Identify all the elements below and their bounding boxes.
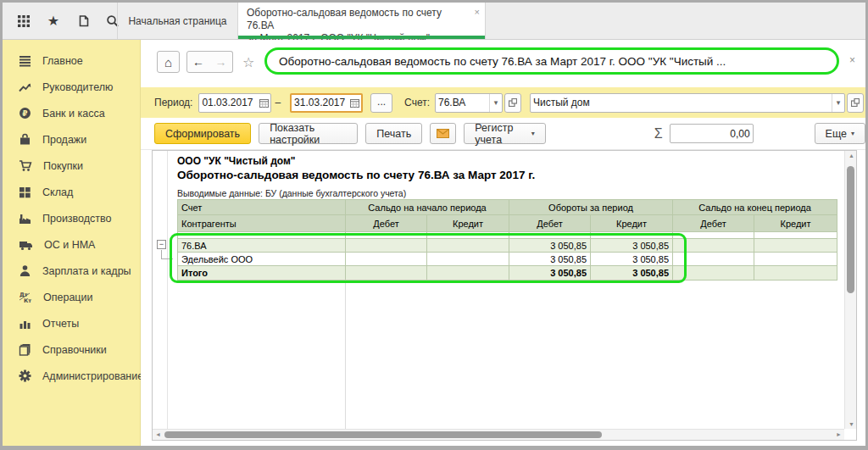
forward-button[interactable]: →	[209, 51, 233, 73]
scroll-up-icon[interactable]: ▲	[849, 153, 854, 158]
tree-line	[161, 258, 173, 259]
col-saldo-start: Сальдо на начало периода	[346, 200, 509, 215]
more-button[interactable]: Еще▾	[815, 123, 865, 144]
cart-icon	[19, 159, 32, 172]
menu-lines-icon	[19, 55, 31, 67]
date-to-input[interactable]	[292, 97, 348, 108]
back-button[interactable]: ←	[186, 51, 210, 73]
col-counterparties: Контрагенты	[178, 215, 346, 232]
horizontal-scrollbar[interactable]: ◄ ►	[153, 429, 844, 440]
app-window: ★ Начальная страница Оборотно-сальдовая …	[0, 0, 868, 450]
report-spreadsheet[interactable]: ООО "УК "Чистый дом" Оборотно-сальдовая …	[153, 151, 844, 429]
col-debit: Дебет	[673, 215, 754, 232]
generate-button[interactable]: Сформировать	[154, 123, 251, 144]
calendar-icon[interactable]	[257, 94, 270, 112]
vertical-scroll-thumb[interactable]	[847, 166, 854, 293]
table-row-account[interactable]: 76.ВА 3 050,85 3 050,85	[178, 239, 837, 253]
sidebar-item-salary-hr[interactable]: Зарплата и кадры	[3, 258, 140, 284]
account-pick-button[interactable]	[504, 93, 521, 113]
main-area: ⌂ ← → ☆ Оборотно-сальдовая ведомость по …	[141, 40, 865, 446]
gear-icon	[19, 369, 31, 382]
vertical-scrollbar[interactable]: ▲ ▼	[844, 151, 856, 429]
sidebar-item-main[interactable]: Главное	[3, 47, 140, 74]
calendar-icon[interactable]	[348, 95, 361, 111]
scroll-down-icon[interactable]: ▼	[849, 421, 854, 427]
sidebar-item-purchases[interactable]: Покупки	[3, 153, 140, 179]
sidebar-item-manager[interactable]: Руководителю	[3, 74, 140, 100]
show-settings-button[interactable]: Показать настройки	[259, 123, 358, 144]
bag-icon	[19, 133, 31, 146]
topbar-icons: ★	[11, 3, 125, 39]
svg-text:Кт: Кт	[24, 297, 31, 303]
horizontal-scroll-thumb[interactable]	[164, 431, 602, 438]
sum-input[interactable]	[670, 128, 753, 140]
nav-row: ⌂ ← → ☆ Оборотно-сальдовая ведомость по …	[141, 40, 865, 87]
history-icon[interactable]	[75, 14, 91, 29]
tab-report[interactable]: Оборотно-сальдовая ведомость по счету 76…	[238, 3, 486, 39]
sidebar-item-production[interactable]: Производство	[3, 205, 140, 231]
col-debit: Дебет	[509, 215, 591, 232]
date-from-input[interactable]	[199, 97, 257, 108]
register-button[interactable]: Регистр учета▾	[464, 123, 546, 144]
date-from-field[interactable]	[198, 93, 271, 113]
print-button[interactable]: Печать	[365, 123, 422, 144]
col-saldo-end: Сальдо на конец периода	[673, 200, 837, 215]
tab-bar: ★ Начальная страница Оборотно-сальдовая …	[3, 3, 865, 40]
active-tab-underline	[238, 36, 485, 39]
sidebar-item-reports[interactable]: Отчеты	[3, 310, 140, 336]
menu-grid-icon[interactable]	[16, 14, 31, 29]
factory-icon	[19, 213, 31, 225]
home-button[interactable]: ⌂	[157, 51, 180, 73]
filter-row: Период: – ... Счет: ▾	[141, 87, 865, 118]
sidebar-item-sales[interactable]: Продажи	[3, 126, 140, 153]
period-more-button[interactable]: ...	[370, 93, 392, 113]
favorites-star-icon[interactable]: ★	[46, 14, 61, 29]
sidebar-item-bank-cash[interactable]: ₽ Банк и касса	[3, 100, 140, 126]
column-divider-extension	[345, 279, 346, 429]
organization-combo[interactable]: ▾	[530, 93, 845, 113]
tab-close-icon[interactable]: ×	[475, 6, 480, 19]
sidebar-item-warehouse[interactable]: Склад	[3, 179, 140, 205]
col-debit: Дебет	[346, 215, 427, 232]
organization-pick-button[interactable]	[847, 93, 864, 113]
collapse-group-button[interactable]: −	[157, 240, 166, 249]
period-label: Период:	[154, 97, 192, 108]
chevron-down-icon: ▾	[851, 130, 854, 137]
sidebar-item-operations[interactable]: ДтКт Операции	[3, 284, 140, 310]
osv-table: Счет Сальдо на начало периода Обороты за…	[177, 199, 837, 281]
tab-start-page[interactable]: Начальная страница	[117, 3, 238, 39]
sum-field[interactable]	[670, 124, 754, 143]
tab-report-label-line1: Оборотно-сальдовая ведомость по счету 76…	[247, 7, 468, 32]
favorite-star-icon[interactable]: ☆	[242, 54, 254, 70]
col-credit: Кредит	[427, 215, 509, 232]
home-icon: ⌂	[164, 55, 172, 69]
table-header-row-2: Контрагенты Дебет Кредит Дебет Кредит Де…	[178, 215, 837, 232]
sidebar: Главное Руководителю ₽ Банк и касса Прод…	[3, 40, 141, 446]
tab-start-page-label: Начальная страница	[128, 15, 226, 27]
report-title-highlight: Оборотно-сальдовая ведомость по счету 76…	[264, 47, 839, 75]
person-icon	[19, 264, 31, 277]
sidebar-item-fixed-assets[interactable]: ОС и НМА	[3, 231, 140, 258]
col-credit: Кредит	[754, 215, 837, 232]
sidebar-item-administration[interactable]: Администрирование	[3, 363, 140, 389]
sidebar-item-directories[interactable]: Справочники	[3, 336, 140, 363]
report-title: Оборотно-сальдовая ведомость по счету 76…	[177, 169, 535, 181]
bar-chart-icon	[19, 318, 31, 330]
send-email-button[interactable]	[430, 123, 456, 144]
sigma-icon: Σ	[654, 126, 663, 142]
date-to-field[interactable]	[290, 93, 363, 113]
organization-input[interactable]	[531, 94, 832, 112]
table-row-counterparty[interactable]: Эдельвейс ООО 3 050,85 3 050,85	[178, 253, 837, 266]
account-combo[interactable]: ▾	[435, 93, 503, 113]
back-arrow-icon: ←	[192, 55, 204, 69]
report-data-note: Выводимые данные: БУ (данные бухгалтерск…	[177, 188, 406, 198]
close-form-icon[interactable]: ×	[849, 54, 855, 66]
scroll-left-icon[interactable]: ◄	[155, 431, 161, 437]
chevron-down-icon[interactable]: ▾	[489, 94, 502, 112]
scroll-right-icon[interactable]: ►	[836, 431, 842, 437]
table-header-row-1: Счет Сальдо на начало периода Обороты за…	[178, 200, 837, 215]
ruble-circle-icon: ₽	[19, 107, 31, 119]
chevron-down-icon[interactable]: ▾	[832, 94, 844, 112]
account-input[interactable]	[436, 94, 489, 112]
table-row-total[interactable]: Итого 3 050,85 3 050,85	[178, 266, 837, 281]
